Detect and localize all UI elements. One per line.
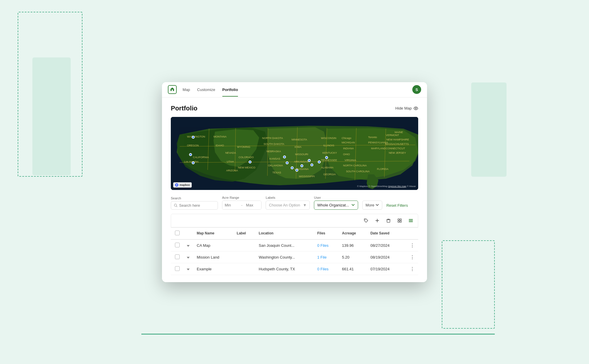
- app-logo[interactable]: [168, 85, 177, 94]
- svg-rect-73: [400, 221, 401, 222]
- nav-bar: Map Customize Portfolio S: [162, 82, 427, 97]
- svg-text:FLORIDA: FLORIDA: [377, 168, 388, 171]
- tag-toolbar-icon[interactable]: [362, 216, 370, 225]
- search-filter-label: Search: [171, 196, 218, 200]
- reset-filters-button[interactable]: Reset Filters: [386, 201, 408, 210]
- more-label: More: [365, 203, 374, 207]
- row-checkbox[interactable]: [175, 254, 180, 259]
- svg-text:TENNESSEE: TENNESSEE: [321, 159, 337, 162]
- chevron-down-icon: [351, 203, 355, 207]
- map-pin: [283, 155, 286, 158]
- svg-text:IDAHO: IDAHO: [216, 144, 224, 147]
- labels-filter-label: Labels: [266, 196, 310, 199]
- svg-text:Toronto: Toronto: [368, 136, 377, 139]
- green-panel-left: [32, 57, 71, 175]
- row-expand-icon[interactable]: [187, 245, 190, 247]
- svg-point-62: [365, 219, 365, 220]
- select-all-header[interactable]: [171, 227, 183, 239]
- labels-filter-group: Labels Choose An Option ▼: [266, 196, 310, 210]
- row-checkbox-cell[interactable]: [171, 239, 183, 252]
- svg-text:MARYLAND: MARYLAND: [371, 147, 386, 150]
- svg-point-0: [415, 108, 416, 109]
- labels-select[interactable]: Choose An Option ▼: [266, 201, 310, 210]
- grid-view-icon[interactable]: [396, 216, 404, 225]
- nav-tab-map[interactable]: Map: [183, 83, 190, 97]
- user-select[interactable]: Whole Organizat...: [314, 201, 358, 210]
- acre-range-filter-group: Acre Range -: [222, 196, 262, 210]
- filters-row: Search Acre Range -: [171, 196, 418, 210]
- svg-text:NEW HAMPSHIRE: NEW HAMPSHIRE: [386, 138, 409, 141]
- map-pin: [318, 161, 321, 163]
- svg-text:OREGON: OREGON: [187, 144, 199, 147]
- row-acreage: 5.20: [338, 251, 367, 263]
- dashed-decoration-bottom-right: [442, 240, 495, 329]
- acre-min-input[interactable]: [222, 201, 240, 209]
- table-row: CA Map San Joaquin Count... 0 Files 139.…: [171, 239, 418, 252]
- row-actions-button[interactable]: ⋮: [402, 263, 418, 275]
- row-expand-cell[interactable]: [183, 251, 193, 263]
- row-checkbox-cell[interactable]: [171, 263, 183, 275]
- row-checkbox-cell[interactable]: [171, 251, 183, 263]
- files-link[interactable]: 0 Files: [317, 243, 328, 248]
- acreage-header: Acreage: [338, 227, 367, 239]
- row-actions-button[interactable]: ⋮: [402, 251, 418, 263]
- delete-toolbar-icon[interactable]: [384, 216, 393, 225]
- svg-text:NEW JERSEY: NEW JERSEY: [389, 151, 406, 154]
- map-pin: [249, 161, 252, 163]
- svg-text:SOUTH DAKOTA: SOUTH DAKOTA: [264, 143, 284, 145]
- map-background: WASHINGTON OREGON CALIFORNIA MONTANA IDA…: [171, 117, 418, 190]
- svg-line-61: [176, 206, 177, 207]
- select-all-checkbox[interactable]: [175, 231, 180, 235]
- row-files[interactable]: 1 File: [314, 251, 338, 263]
- svg-text:ILLINOIS: ILLINOIS: [323, 144, 334, 147]
- files-link[interactable]: 0 Files: [317, 267, 328, 271]
- svg-text:MINNESOTA: MINNESOTA: [292, 138, 307, 141]
- acre-max-input[interactable]: [244, 201, 261, 209]
- add-toolbar-icon[interactable]: [373, 216, 381, 225]
- chevron-down-icon: ▼: [303, 203, 307, 207]
- row-actions-button[interactable]: ⋮: [402, 239, 418, 252]
- svg-text:INDIANA: INDIANA: [343, 147, 354, 150]
- row-checkbox[interactable]: [175, 243, 180, 247]
- hide-map-button[interactable]: Hide Map: [395, 106, 418, 111]
- row-location: San Joaquin Count...: [255, 239, 314, 252]
- svg-rect-72: [398, 221, 399, 222]
- map-container[interactable]: WASHINGTON OREGON CALIFORNIA MONTANA IDA…: [171, 117, 418, 190]
- row-label: [233, 251, 255, 263]
- svg-text:WASHINGTON: WASHINGTON: [187, 135, 205, 138]
- user-filter-label: User: [314, 196, 358, 199]
- map-pin: [189, 153, 192, 156]
- row-label: [233, 263, 255, 275]
- labels-select-value: Choose An Option: [269, 203, 300, 207]
- nav-tab-customize[interactable]: Customize: [197, 83, 215, 97]
- svg-rect-71: [400, 219, 401, 220]
- nav-tab-portfolio[interactable]: Portfolio: [222, 83, 238, 97]
- actions-header: [402, 227, 418, 239]
- svg-text:IOWA: IOWA: [294, 145, 302, 148]
- map-pin: [286, 161, 289, 164]
- search-input-wrapper[interactable]: [171, 201, 218, 210]
- search-input[interactable]: [179, 203, 215, 208]
- svg-text:Chicago: Chicago: [342, 137, 351, 140]
- map-pin: [192, 136, 195, 139]
- row-files[interactable]: 0 Files: [314, 239, 338, 252]
- row-location: Washington County...: [255, 251, 314, 263]
- more-filter-button[interactable]: More: [362, 201, 382, 210]
- map-pin: [310, 163, 313, 166]
- svg-text:OHIO: OHIO: [343, 153, 350, 156]
- map-pin: [308, 159, 311, 162]
- row-checkbox[interactable]: [175, 266, 180, 271]
- row-expand-cell[interactable]: [183, 239, 193, 252]
- svg-text:OKLAHOMA: OKLAHOMA: [268, 164, 283, 167]
- row-files[interactable]: 0 Files: [314, 263, 338, 275]
- row-expand-icon[interactable]: [187, 257, 190, 259]
- files-link[interactable]: 1 File: [317, 255, 327, 259]
- svg-text:VIRGINIA: VIRGINIA: [345, 159, 356, 162]
- green-line-bottom: [141, 334, 495, 335]
- svg-text:COLORADO: COLORADO: [239, 156, 254, 159]
- acre-range-input[interactable]: -: [222, 201, 262, 210]
- list-view-icon[interactable]: [407, 216, 415, 225]
- svg-text:NEW MEXICO: NEW MEXICO: [238, 166, 255, 169]
- row-expand-icon[interactable]: [187, 269, 190, 270]
- row-expand-cell[interactable]: [183, 263, 193, 275]
